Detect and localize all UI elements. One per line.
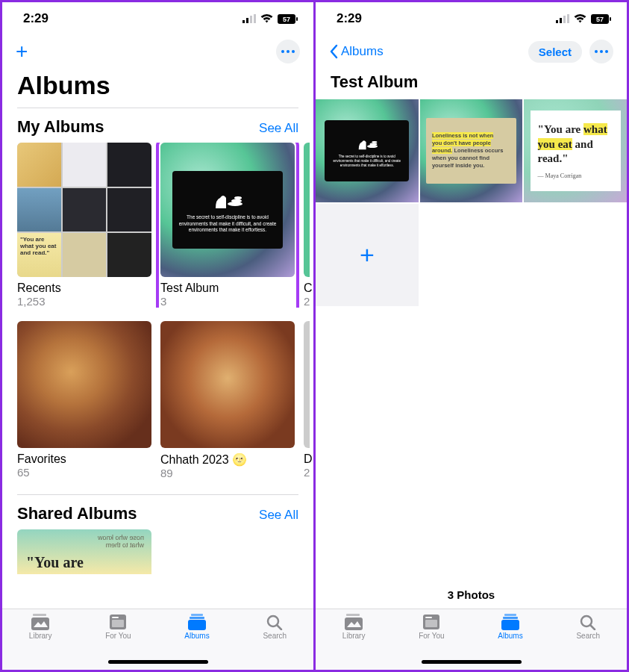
select-button[interactable]: Select: [528, 41, 582, 63]
album-favorites[interactable]: Favorites 65: [17, 321, 151, 479]
album-name: C: [304, 281, 310, 295]
ellipsis-icon: [595, 50, 608, 53]
svg-rect-18: [191, 614, 203, 616]
svg-rect-25: [563, 16, 566, 23]
albums-icon: [501, 614, 520, 630]
cellular-icon: [242, 14, 256, 23]
svg-point-12: [234, 196, 242, 199]
photo-1[interactable]: The secret to self-discipline is to avoi…: [316, 99, 419, 202]
home-indicator[interactable]: [422, 660, 522, 664]
photo-grid: The secret to self-discipline is to avoi…: [316, 99, 627, 306]
svg-rect-28: [610, 17, 611, 21]
svg-rect-0: [242, 20, 245, 23]
svg-point-32: [605, 50, 608, 53]
svg-rect-42: [503, 617, 518, 619]
svg-rect-1: [246, 18, 248, 23]
svg-rect-41: [504, 614, 516, 616]
album-count: 1,253: [17, 295, 151, 308]
status-indicators: 57: [242, 14, 298, 24]
nav-bar: +: [2, 35, 313, 68]
tab-bar: Library For You Albums Search: [316, 609, 627, 670]
album-count: 2: [304, 466, 310, 479]
more-button[interactable]: [589, 40, 613, 63]
phone-left-albums-list: 2:29 57 + Albums My Albums See All "You …: [2, 2, 313, 670]
svg-rect-3: [254, 14, 256, 23]
plus-icon: +: [360, 240, 375, 270]
photo-count: 3 Photos: [316, 578, 627, 606]
shared-albums-header: Shared Albums: [17, 504, 137, 523]
svg-line-45: [590, 625, 595, 629]
album-name: Chhath 2023 🌝: [160, 452, 295, 467]
album-title: Test Album: [316, 68, 627, 99]
status-indicators: 57: [556, 14, 612, 24]
svg-text:57: 57: [283, 16, 290, 23]
svg-rect-16: [112, 617, 119, 618]
content-scroll[interactable]: My Albums See All "You arewhat you eatan…: [2, 108, 313, 670]
add-photo-button[interactable]: +: [316, 204, 419, 307]
for-you-icon: [108, 614, 128, 630]
album-count: 65: [17, 466, 151, 479]
battery-icon: 57: [278, 14, 298, 24]
cellular-icon: [556, 14, 569, 23]
svg-text:57: 57: [596, 16, 604, 23]
albums-icon: [187, 614, 207, 630]
see-all-shared[interactable]: See All: [259, 508, 298, 523]
album-chhath[interactable]: Chhath 2023 🌝 89: [160, 321, 295, 479]
photo-caption: The secret to self-discipline is to avoi…: [331, 155, 403, 168]
photo-3[interactable]: "You are what you eat and read." — Maya …: [524, 99, 627, 202]
clock: 2:29: [337, 11, 362, 26]
tab-search[interactable]: Search: [576, 614, 600, 670]
search-icon: [578, 614, 598, 630]
tab-search[interactable]: Search: [263, 614, 287, 670]
page-title: Albums: [2, 68, 313, 108]
svg-rect-13: [33, 614, 46, 616]
album-peek-2[interactable]: D 2: [304, 321, 310, 479]
see-all-my-albums[interactable]: See All: [259, 121, 298, 136]
album-peek[interactable]: C 2: [304, 143, 310, 308]
album-recents[interactable]: "You arewhat you eatand read." Recents 1…: [17, 143, 151, 308]
svg-rect-14: [31, 617, 49, 630]
nav-bar: Albums Select: [316, 35, 627, 68]
battery-icon: 57: [591, 14, 612, 24]
album-count: 89: [160, 467, 295, 479]
library-icon: [344, 614, 363, 630]
search-icon: [265, 614, 284, 630]
shared-quote-text: "You are: [26, 554, 84, 571]
svg-rect-37: [345, 617, 363, 630]
photo-attribution: — Maya Corrigan: [538, 172, 613, 179]
my-albums-row-2[interactable]: Favorites 65 Chhath 2023 🌝 89 D 2: [2, 321, 313, 479]
tab-library[interactable]: Library: [342, 614, 366, 670]
album-count: 2: [304, 295, 310, 308]
svg-rect-40: [425, 620, 437, 627]
svg-point-35: [372, 141, 377, 143]
album-test-album[interactable]: The secret to self-discipline is to avoi…: [160, 143, 295, 308]
svg-point-11: [231, 199, 242, 203]
svg-point-7: [281, 50, 284, 53]
library-icon: [31, 614, 50, 630]
shared-album-peek[interactable]: nose who knowwhat to them "You are: [17, 529, 151, 574]
tab-library[interactable]: Library: [29, 614, 52, 670]
tab-bar: Library For You Albums Search: [2, 609, 313, 670]
photo-2[interactable]: Loneliness is not whenyou don't have peo…: [420, 99, 523, 202]
svg-point-34: [369, 143, 377, 146]
album-name: Recents: [17, 281, 151, 295]
svg-rect-43: [501, 620, 519, 630]
add-album-button[interactable]: +: [16, 40, 28, 63]
wifi-icon: [260, 14, 273, 23]
svg-point-8: [287, 50, 290, 53]
clock: 2:29: [23, 11, 48, 26]
status-bar: 2:29 57: [2, 2, 313, 35]
my-albums-row-1[interactable]: "You arewhat you eatand read." Recents 1…: [2, 143, 313, 308]
svg-rect-26: [567, 14, 569, 23]
status-bar: 2:29 57: [316, 2, 627, 35]
svg-rect-36: [346, 614, 360, 616]
home-indicator[interactable]: [108, 660, 208, 664]
svg-rect-5: [296, 17, 298, 21]
svg-point-30: [595, 50, 598, 53]
svg-rect-39: [425, 617, 432, 618]
svg-point-31: [600, 50, 603, 53]
album-name: Favorites: [17, 452, 151, 466]
svg-rect-17: [112, 620, 124, 627]
more-button[interactable]: [276, 40, 300, 63]
back-button[interactable]: Albums: [329, 44, 384, 59]
